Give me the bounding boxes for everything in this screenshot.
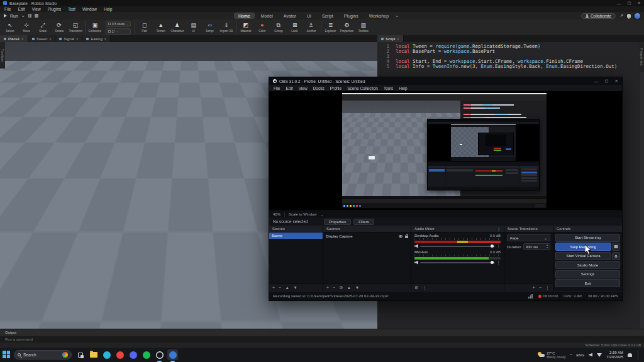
studio-mode-button[interactable]: Studio Mode [555,261,620,269]
scenes-down-icon[interactable]: ▼ [293,285,297,290]
toolbar-anchor-button[interactable]: ⚓Anchor [303,22,319,33]
ribbon-tab-avatar[interactable]: Avatar [279,13,301,19]
obs-menu-edit[interactable]: Edit [286,86,292,90]
stop-icon[interactable] [35,14,38,18]
toolbar-lock-button[interactable]: ⊠Lock [287,22,303,33]
sources-up-icon[interactable]: ▲ [347,285,351,290]
toolbar-character-button[interactable]: ♟Character [169,22,186,33]
source-item[interactable]: Display Capture [323,233,411,239]
clock[interactable]: 2:59 AM 7/20/2025 [606,351,623,359]
checkbox-icon[interactable] [108,30,111,33]
notification-bell-icon[interactable] [628,353,632,357]
toolbar-part-button[interactable]: ◻Part [136,22,153,33]
virtual-camera-settings-button[interactable]: ⚙ [612,252,620,260]
ribbon-tab-model[interactable]: Model [257,13,277,19]
kebab-icon[interactable] [497,260,501,265]
stop-recording-button[interactable]: Stop Recording [555,243,611,251]
menu-file[interactable]: File [4,7,11,11]
mixer-kebab-icon[interactable]: ⋮ [422,285,426,290]
close-button[interactable] [638,1,641,6]
collaborate-button[interactable]: Collaborate [581,13,616,19]
close-button[interactable] [615,79,618,84]
obs-preview[interactable] [269,91,622,211]
toolbar-explorer-button[interactable]: ≣Explorer [323,22,339,33]
ribbon-tab-ui[interactable]: UI [303,13,316,19]
search-input[interactable]: Search [14,350,72,359]
volume-slider-knob[interactable] [491,244,494,248]
run-button[interactable]: Run [10,14,18,18]
transitions-kebab-icon[interactable]: ⋮ [545,285,550,290]
toolbar-import-3d-button[interactable]: ⇓Import 3D [218,22,235,33]
start-virtual-camera-button[interactable]: Start Virtual Camera [555,252,611,260]
snap-row-move[interactable]: 0.5 studs [106,21,131,27]
ribbon-overflow-chevron-icon[interactable] [395,13,399,18]
transitions-remove-icon[interactable]: − [539,285,541,290]
maximize-button[interactable] [627,1,631,6]
weather-widget[interactable]: 27°C Mostly cloudy [538,351,565,359]
white-part[interactable] [77,176,114,195]
sources-down-icon[interactable]: ▼ [355,285,359,290]
minimize-button[interactable] [617,1,621,6]
kebab-icon[interactable] [497,227,501,231]
obs-menu-docks[interactable]: Docks [313,86,325,90]
toolbar-group-button[interactable]: ⧉Group [270,22,287,33]
spotify-icon[interactable] [141,349,152,360]
obs-titlebar[interactable]: OBS 31.0.2 - Profile: Untitled - Scenes:… [269,77,622,85]
scene-item[interactable]: Scene [269,233,323,239]
toolbar-toolbox-button[interactable]: ▥Toolbox [355,22,372,33]
obs-studio-icon[interactable] [154,349,165,360]
discord-icon[interactable] [128,349,138,360]
network-icon[interactable] [597,353,602,357]
toolbar-terrain-button[interactable]: ▲Terrain [153,22,169,33]
obs-menu-tools[interactable]: Tools [384,86,393,90]
toolbar-rotate-button[interactable]: ⟳Rotate [51,22,67,33]
toolbar-transform-button[interactable]: ◱Transform [67,22,84,33]
start-streaming-button[interactable]: Start Streaming [555,234,620,242]
ribbon-tab-workshop[interactable]: Workshop [365,13,393,19]
output-panel-header[interactable]: Output [0,329,644,335]
toolbar-scale-button[interactable]: ⤢Scale [35,22,51,33]
exit-button[interactable]: Exit [555,279,620,287]
pause-icon[interactable] [28,14,32,18]
properties-button[interactable]: Properties [324,219,351,225]
language-indicator[interactable]: ENG [576,353,584,357]
start-button[interactable] [3,351,11,359]
close-icon[interactable] [76,37,78,41]
speaker-icon[interactable] [414,261,418,265]
doc-tab-tween[interactable]: Tween [28,35,56,42]
lock-icon[interactable] [405,236,408,238]
speaker-icon[interactable] [414,244,418,248]
pause-recording-button[interactable] [612,243,620,251]
obs-menu-file[interactable]: File [274,86,280,90]
obs-menu-help[interactable]: Help [399,86,407,90]
filters-button[interactable]: Filters [353,219,374,225]
doc-tab-easing[interactable]: Easing [82,35,111,42]
toolbar-color-button[interactable]: ●Color [254,22,270,33]
obs-menu-scene-collection[interactable]: Scene Collection [347,86,378,90]
sources-gear-icon[interactable]: ⚙ [339,285,343,290]
toolbar-move-button[interactable]: ⊹Move [18,22,35,33]
toolbar-material-button[interactable]: ◩Material [238,22,254,33]
toolbar-select-button[interactable]: ↖Select [2,22,18,33]
edge-icon[interactable] [101,349,112,360]
file-explorer-icon[interactable] [88,349,99,360]
toolbox-collapsed-tab[interactable]: Toolbox [0,42,5,69]
volume-icon[interactable] [589,353,592,357]
doc-tab-place1[interactable]: Place1 [0,35,28,42]
menu-help[interactable]: Help [104,7,112,11]
ribbon-tab-home[interactable]: Home [234,13,255,19]
properties-collapsed-tab[interactable]: Properties [639,42,644,72]
mixer-gear-icon[interactable]: ⚙ [414,285,418,290]
chrome-icon[interactable] [114,349,125,360]
play-icon[interactable] [4,14,7,18]
visibility-icon[interactable] [399,235,402,238]
scenes-up-icon[interactable]: ▲ [285,285,289,290]
toolbar-properties-button[interactable]: ⚙Properties [339,22,355,33]
menu-view[interactable]: View [32,7,41,11]
obs-menu-profile[interactable]: Profile [330,86,341,90]
close-icon[interactable] [104,37,106,41]
kebab-icon[interactable] [497,244,501,249]
sources-remove-icon[interactable]: − [333,285,335,290]
menu-window[interactable]: Window [82,7,97,11]
ribbon-tab-script[interactable]: Script [318,13,338,19]
